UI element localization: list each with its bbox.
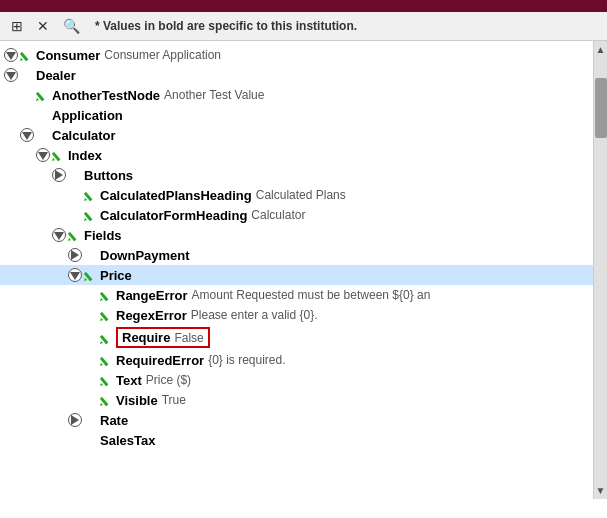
tree-item-rate[interactable]: Rate — [0, 410, 593, 430]
node-value-calculatedplansheading: Calculated Plans — [256, 188, 346, 202]
tree-container: ConsumerConsumer Application Dealer Anot… — [0, 41, 593, 499]
node-value-requirederror: {0} is required. — [208, 353, 285, 367]
tree-item-dealer[interactable]: Dealer — [0, 65, 593, 85]
node-label-anothertestnode: AnotherTestNode — [52, 88, 160, 103]
edit-icon-requirederror[interactable] — [98, 352, 114, 368]
node-label-fields: Fields — [84, 228, 122, 243]
node-label-consumer: Consumer — [36, 48, 100, 63]
node-label-price: Price — [100, 268, 132, 283]
node-label-rate: Rate — [100, 413, 128, 428]
edit-icon-text[interactable] — [98, 372, 114, 388]
tree-item-price[interactable]: Price — [0, 265, 593, 285]
edit-icon-regexerror[interactable] — [98, 307, 114, 323]
tree-item-buttons[interactable]: Buttons — [0, 165, 593, 185]
node-label-buttons: Buttons — [84, 168, 133, 183]
node-label-calculatorformheading: CalculatorFormHeading — [100, 208, 247, 223]
tree-item-fields[interactable]: Fields — [0, 225, 593, 245]
node-value-text: Price ($) — [146, 373, 191, 387]
tree-item-text[interactable]: TextPrice ($) — [0, 370, 593, 390]
svg-marker-24 — [100, 298, 103, 301]
toolbar: ⊞ ✕ 🔍 * Values in bold are specific to t… — [0, 12, 607, 41]
node-value-anothertestnode: Another Test Value — [164, 88, 264, 102]
node-value-visible: True — [162, 393, 186, 407]
svg-marker-30 — [100, 363, 103, 366]
tree-item-calculatedplansheading[interactable]: CalculatedPlansHeadingCalculated Plans — [0, 185, 593, 205]
svg-marker-34 — [100, 403, 103, 406]
scrollbar[interactable]: ▲ ▼ — [593, 41, 607, 499]
tree-item-downpayment[interactable]: DownPayment — [0, 245, 593, 265]
node-label-rangeerror: RangeError — [116, 288, 188, 303]
tree-item-calculatorformheading[interactable]: CalculatorFormHeadingCalculator — [0, 205, 593, 225]
node-value-regexerror: Please enter a valid {0}. — [191, 308, 318, 322]
require-box: RequireFalse — [116, 327, 210, 348]
toolbar-note: * Values in bold are specific to this in… — [95, 19, 357, 33]
node-label-downpayment: DownPayment — [100, 248, 190, 263]
expand-all-icon[interactable]: ⊞ — [8, 16, 26, 36]
node-label-visible: Visible — [116, 393, 158, 408]
svg-marker-22 — [84, 278, 87, 281]
node-value-require: False — [174, 331, 203, 345]
tree-item-requirederror[interactable]: RequiredError{0} is required. — [0, 350, 593, 370]
edit-icon-index[interactable] — [50, 147, 66, 163]
node-label-text: Text — [116, 373, 142, 388]
svg-marker-0 — [20, 58, 23, 61]
tree-item-consumer[interactable]: ConsumerConsumer Application — [0, 45, 593, 65]
tree-item-salestax[interactable]: SalesTax — [0, 430, 593, 450]
svg-marker-32 — [100, 383, 103, 386]
node-value-consumer: Consumer Application — [104, 48, 221, 62]
node-label-regexerror: RegexError — [116, 308, 187, 323]
scrollbar-thumb[interactable] — [595, 78, 607, 138]
edit-icon-rangeerror[interactable] — [98, 287, 114, 303]
tree-item-anothertestnode[interactable]: AnotherTestNodeAnother Test Value — [0, 85, 593, 105]
node-label-require: Require — [122, 330, 170, 345]
title-bar — [0, 0, 607, 12]
close-icon[interactable]: ✕ — [34, 16, 52, 36]
edit-icon-fields[interactable] — [66, 227, 82, 243]
tree-item-rangeerror[interactable]: RangeErrorAmount Requested must be betwe… — [0, 285, 593, 305]
edit-icon-price[interactable] — [82, 267, 98, 283]
node-label-dealer: Dealer — [36, 68, 76, 83]
svg-marker-14 — [84, 198, 87, 201]
tree-item-regexerror[interactable]: RegexErrorPlease enter a valid {0}. — [0, 305, 593, 325]
node-value-calculatorformheading: Calculator — [251, 208, 305, 222]
node-label-index: Index — [68, 148, 102, 163]
svg-marker-10 — [52, 158, 55, 161]
tree-item-calculator[interactable]: Calculator — [0, 125, 593, 145]
search-icon[interactable]: 🔍 — [60, 16, 83, 36]
node-label-requirederror: RequiredError — [116, 353, 204, 368]
node-label-application: Application — [52, 108, 123, 123]
tree-item-application[interactable]: Application — [0, 105, 593, 125]
node-value-rangeerror: Amount Requested must be between ${0} an — [192, 288, 431, 302]
svg-marker-4 — [36, 98, 39, 101]
tree-item-index[interactable]: Index — [0, 145, 593, 165]
svg-marker-26 — [100, 318, 103, 321]
edit-icon-anothertestnode[interactable] — [34, 87, 50, 103]
svg-marker-16 — [84, 218, 87, 221]
edit-icon-calculatorformheading[interactable] — [82, 207, 98, 223]
svg-marker-28 — [100, 341, 103, 344]
edit-icon-calculatedplansheading[interactable] — [82, 187, 98, 203]
tree-item-visible[interactable]: VisibleTrue — [0, 390, 593, 410]
node-label-calculator: Calculator — [52, 128, 116, 143]
node-label-salestax: SalesTax — [100, 433, 155, 448]
svg-marker-18 — [68, 238, 71, 241]
edit-icon-require[interactable] — [98, 330, 114, 346]
edit-icon-consumer[interactable] — [18, 47, 34, 63]
tree-item-require[interactable]: RequireFalse — [0, 325, 593, 350]
scroll-down-arrow[interactable]: ▼ — [594, 482, 607, 499]
scroll-up-arrow[interactable]: ▲ — [594, 41, 607, 58]
edit-icon-visible[interactable] — [98, 392, 114, 408]
node-label-calculatedplansheading: CalculatedPlansHeading — [100, 188, 252, 203]
